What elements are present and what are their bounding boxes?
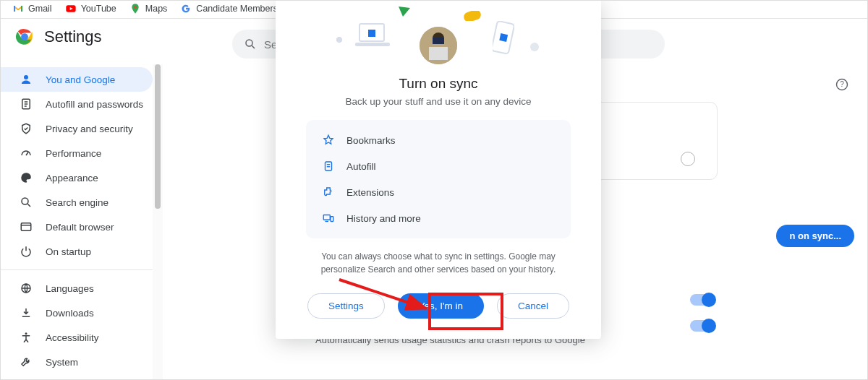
turn-on-sync-button[interactable]: n on sync... [776,225,854,247]
wrench-icon [20,355,33,368]
sync-feature-list: BookmarksAutofillExtensionsHistory and m… [306,120,571,238]
sync-feature-bookmarks: Bookmarks [310,127,566,153]
bookmark-maps[interactable]: Maps [129,3,168,14]
power-icon [20,245,33,258]
scroll-thumb[interactable] [155,64,161,209]
browser-icon [20,220,33,233]
shield-icon [20,122,33,135]
sidebar-item-label: System [46,357,78,368]
access-icon [20,331,33,344]
svg-point-3 [134,6,136,8]
search-icon [20,196,33,209]
sidebar-item-label: Autofill and passwords [46,99,143,110]
svg-rect-42 [323,215,330,220]
sidebar-item-search-engine[interactable]: Search engine [1,190,153,215]
sidebar-item-system[interactable]: System [1,350,153,374]
dialog-fineprint: You can always choose what to sync in se… [276,250,601,276]
svg-rect-1 [21,6,22,12]
autofill-icon [20,98,33,111]
svg-line-16 [27,204,30,207]
sidebar-item-label: Privacy and security [46,124,133,134]
chrome-icon [15,27,34,46]
sidebar-item-appearance[interactable]: Appearance [1,165,153,190]
feature-label: Bookmarks [346,135,396,146]
google-g-icon [180,3,192,14]
star-icon [322,134,335,147]
sidebar-item-you-and-google[interactable]: You and Google [1,67,153,92]
bookmark-gmail[interactable]: Gmail [12,3,52,14]
page-title: Settings [44,27,102,46]
svg-point-34 [530,43,539,51]
svg-line-8 [252,46,255,48]
circle-decoration-icon [530,43,539,51]
bookmark-label: Gmail [28,4,52,14]
sidebar-item-label: Accessibility [46,332,99,343]
toggle-accounts[interactable] [690,294,715,306]
speed-icon [20,147,33,160]
feature-label: History and more [346,213,421,224]
youtube-icon [65,3,77,14]
sidebar-item-languages[interactable]: Languages [1,276,153,301]
svg-rect-29 [368,30,375,37]
turn-on-sync-dialog: Turn on sync Back up your stuff and use … [276,1,601,339]
svg-rect-38 [433,38,444,44]
dialog-cancel-button[interactable]: Cancel [497,293,569,319]
sidebar-item-label: Performance [46,148,101,159]
diamond-decoration-icon [336,37,342,43]
toggle-usage-stats[interactable] [690,320,715,332]
dialog-tagline: Back up your stuff and use it on any dev… [276,96,601,107]
search-icon [244,38,257,51]
bookmark-label: Maps [145,4,168,14]
maps-icon [129,3,141,14]
bookmark-candidate-members[interactable]: Candidate Members... [180,3,285,14]
dialog-illustration [276,1,601,64]
sidebar-item-downloads[interactable]: Downloads [1,301,153,325]
sidebar-item-on-startup[interactable]: On startup [1,239,153,264]
help-icon[interactable]: ? [835,77,849,92]
bookmark-label: YouTube [81,4,116,14]
bookmark-youtube[interactable]: YouTube [65,3,116,14]
sidebar-item-label: On startup [46,246,91,257]
sidebar-scrollbar[interactable] [153,64,163,379]
download-icon [20,306,33,319]
svg-rect-30 [355,43,390,46]
profile-avatar-large [420,27,457,64]
svg-rect-17 [21,223,31,231]
dialog-title: Turn on sync [276,76,601,92]
svg-rect-27 [464,11,481,21]
sidebar-item-label: Languages [46,283,94,294]
feature-label: Autofill [346,161,376,172]
sync-feature-extensions: Extensions [310,179,566,205]
feature-label: Extensions [346,187,394,198]
clipboard-icon [322,160,335,173]
sidebar-item-performance[interactable]: Performance [1,141,153,165]
sidebar-item-label: Default browser [46,222,114,233]
sidebar-item-label: Downloads [46,308,94,319]
radio-off[interactable] [681,152,695,166]
palette-icon [20,171,33,184]
puzzle-icon [322,186,335,199]
bookmark-label: Candidate Members... [196,4,285,14]
sidebar-item-label: Search engine [46,197,109,208]
dialog-confirm-button[interactable]: Yes, I'm in [398,293,484,319]
svg-line-14 [26,152,28,156]
svg-rect-36 [429,47,448,60]
svg-rect-0 [14,6,15,12]
pill-decoration-icon [464,11,481,21]
svg-point-9 [24,75,28,79]
sidebar-item-accessibility[interactable]: Accessibility [1,325,153,350]
sidebar-item-label: Appearance [46,173,98,183]
dialog-settings-button[interactable]: Settings [307,293,385,319]
settings-sidebar: You and GoogleAutofill and passwordsPriv… [1,64,153,379]
svg-rect-39 [326,162,332,170]
svg-rect-33 [336,37,342,43]
sync-feature-history-and-more: History and more [310,205,566,231]
sidebar-item-default-browser[interactable]: Default browser [1,215,153,239]
gmail-icon [12,3,24,14]
svg-point-15 [22,198,28,204]
triangle-decoration-icon [399,7,410,17]
sidebar-item-privacy-and-security[interactable]: Privacy and security [1,116,153,141]
laptop-decoration-icon [355,21,390,50]
svg-point-7 [246,40,252,46]
sidebar-item-autofill-and-passwords[interactable]: Autofill and passwords [1,92,153,116]
